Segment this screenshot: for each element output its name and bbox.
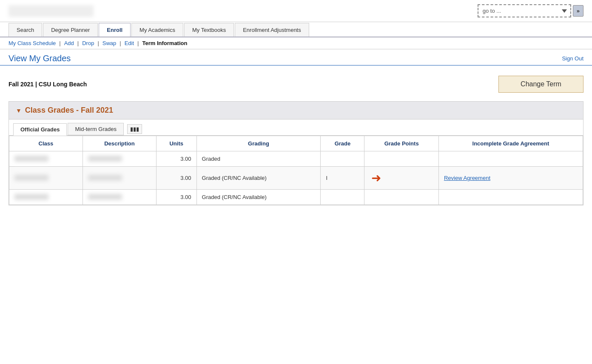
tab-enroll[interactable]: Enroll [99,23,131,37]
cell-class-3 [9,190,83,205]
table-row: 3.00 Graded [9,151,583,167]
top-bar: go to ... » [0,0,592,22]
columns-icon[interactable]: ▮▮▮ [127,124,142,134]
col-incomplete-agreement: Incomplete Grade Agreement [438,136,583,151]
page-title: View My Grades [9,54,71,63]
cell-gradepoints-1 [364,151,438,167]
sign-out-link[interactable]: Sign Out [562,55,583,62]
arrow-icon: ➜ [371,171,381,185]
logo [9,5,94,17]
main-nav: Search Degree Planner Enroll My Academic… [0,23,592,37]
cell-class-2 [9,167,83,190]
cell-grade-3 [321,190,364,205]
tab-enrollment-adjustments[interactable]: Enrollment Adjustments [235,23,309,37]
cell-grade-1 [321,151,364,167]
sep-2: | [77,40,79,46]
sep-4: | [120,40,121,46]
col-grading: Grading [196,136,321,151]
tab-degree-planner[interactable]: Degree Planner [43,23,98,37]
tab-mid-term-grades[interactable]: Mid-term Grades [68,123,124,135]
content: Fall 2021 | CSU Long Beach Change Term ▼… [0,67,592,214]
sep-1: | [59,40,60,46]
grades-table: Class Description Units Grading Grade Gr… [9,136,583,205]
sub-nav-term-information[interactable]: Term Information [142,40,188,46]
goto-container: go to ... » [478,4,583,17]
table-row: 3.00 Graded (CR/NC Available) I ➜ Review… [9,167,583,190]
sub-nav-edit[interactable]: Edit [125,40,134,46]
term-label: Fall 2021 | CSU Long Beach [9,81,87,88]
cell-units-2: 3.00 [156,167,196,190]
goto-button[interactable]: » [573,5,583,17]
tab-official-grades[interactable]: Official Grades [13,123,67,136]
sub-nav-drop[interactable]: Drop [82,40,94,46]
table-row: 3.00 Graded (CR/NC Available) [9,190,583,205]
change-term-button[interactable]: Change Term [498,76,583,93]
sep-3: | [97,40,99,46]
tab-my-textbooks[interactable]: My Textbooks [184,23,234,37]
cell-grading-1: Graded [196,151,321,167]
cell-agreement-2[interactable]: Review Agreement [438,167,583,190]
grade-tabs: Official Grades Mid-term Grades ▮▮▮ [9,119,583,136]
arrow-cell: ➜ [370,171,433,185]
cell-units-3: 3.00 [156,190,196,205]
cell-units-1: 3.00 [156,151,196,167]
term-row: Fall 2021 | CSU Long Beach Change Term [9,76,583,93]
table-container: Official Grades Mid-term Grades ▮▮▮ Clas… [9,119,583,205]
cell-grading-3: Graded (CR/NC Available) [196,190,321,205]
section-title: Class Grades - Fall 2021 [25,106,113,115]
cell-grade-2: I [321,167,364,190]
cell-desc-2 [83,167,156,190]
tab-my-academics[interactable]: My Academics [131,23,183,37]
col-grade-points: Grade Points [364,136,438,151]
goto-select[interactable]: go to ... [478,4,571,17]
cell-class-1 [9,151,83,167]
sub-nav-add[interactable]: Add [64,40,74,46]
table-header-row: Class Description Units Grading Grade Gr… [9,136,583,151]
cell-desc-3 [83,190,156,205]
sub-nav: My Class Schedule | Add | Drop | Swap | … [0,37,592,49]
cell-agreement-3 [438,190,583,205]
col-description: Description [83,136,156,151]
cell-grading-2: Graded (CR/NC Available) [196,167,321,190]
page-header: View My Grades Sign Out [0,49,592,65]
col-grade: Grade [321,136,364,151]
collapse-icon[interactable]: ▼ [16,107,22,114]
col-class: Class [9,136,83,151]
sub-nav-swap[interactable]: Swap [102,40,117,46]
review-agreement-link[interactable]: Review Agreement [444,175,490,181]
cell-gradepoints-3 [364,190,438,205]
sub-nav-my-class-schedule[interactable]: My Class Schedule [9,40,56,46]
class-grades-section-header: ▼ Class Grades - Fall 2021 [9,101,583,119]
col-units: Units [156,136,196,151]
cell-gradepoints-2: ➜ [364,167,438,190]
sep-5: | [137,40,139,46]
cell-desc-1 [83,151,156,167]
cell-agreement-1 [438,151,583,167]
tab-search[interactable]: Search [9,23,42,37]
